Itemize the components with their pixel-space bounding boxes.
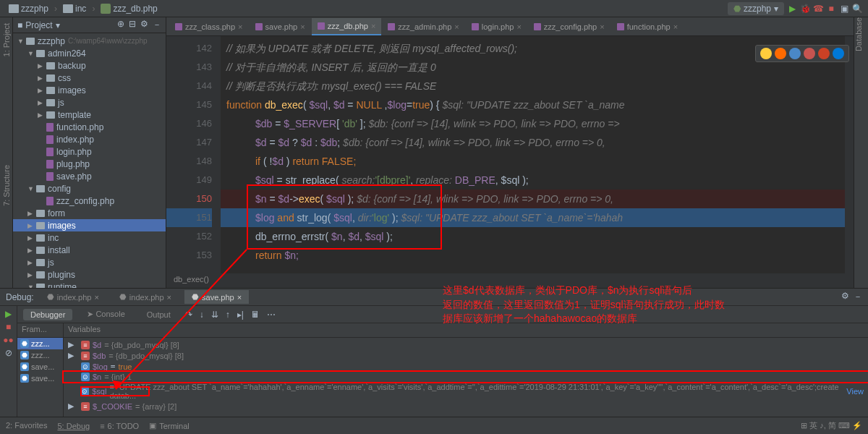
frame-item[interactable]: ⬣save... bbox=[17, 361, 63, 373]
step-over-icon[interactable]: ↷ bbox=[185, 310, 192, 320]
editor-tab[interactable]: zzz_admin.php × bbox=[382, 18, 464, 35]
tree-row-css[interactable]: ▶css bbox=[13, 72, 166, 84]
tool-database[interactable]: Database bbox=[854, 17, 863, 56]
editor-tab[interactable]: login.php × bbox=[466, 18, 527, 35]
run-config-dropdown[interactable]: ⬣zzzphp ▾ bbox=[728, 2, 784, 15]
tree-row-function.php[interactable]: function.php bbox=[13, 121, 166, 133]
browser-icon[interactable] bbox=[833, 48, 844, 59]
close-icon[interactable]: × bbox=[300, 22, 305, 31]
editor-tab[interactable]: zzz_class.php × bbox=[169, 18, 249, 35]
tool-favorites[interactable]: 2: Favorites bbox=[6, 421, 47, 430]
status-terminal[interactable]: ▣ Terminal bbox=[149, 421, 190, 430]
line-gutter[interactable]: 142143144145146147148149150151152153 bbox=[166, 36, 221, 273]
frame-item[interactable]: ⬣save... bbox=[17, 373, 63, 384]
code-area[interactable]: // 如果为 UPDATE 或者 DELETE, 则返回 mysql_affec… bbox=[221, 36, 845, 273]
variable-row[interactable]: ▶ ≡ $d = {db_pdo_mysql} [8] bbox=[64, 339, 868, 350]
search-icon[interactable]: 🔍 bbox=[852, 4, 862, 14]
project-panel-header[interactable]: ■Project ▾ ⊕ ⊟ ⚙ － bbox=[13, 17, 166, 33]
evaluate-icon[interactable]: 🖩 bbox=[251, 310, 260, 320]
debug-session-tab[interactable]: ⬣ index.php × bbox=[112, 290, 179, 304]
step-out-icon[interactable]: ↑ bbox=[226, 310, 230, 320]
project-tree[interactable]: ▼zzzphp C:\wamp64\www\zzzphp▼admin264▶ba… bbox=[13, 33, 166, 288]
debug-icon[interactable]: 🐞 bbox=[800, 4, 810, 14]
tree-row-config[interactable]: ▼config bbox=[13, 182, 166, 195]
layout-icon[interactable]: ▣ bbox=[839, 4, 849, 14]
browser-icon[interactable] bbox=[804, 48, 815, 59]
close-icon[interactable]: × bbox=[516, 22, 521, 31]
tree-row-zzzphp[interactable]: ▼zzzphp C:\wamp64\www\zzzphp bbox=[13, 35, 166, 47]
tool-project[interactable]: 1: Project bbox=[2, 23, 11, 56]
debug-session-tab[interactable]: ⬣ save.php × bbox=[184, 290, 249, 304]
mute-bp-icon[interactable]: ⊘ bbox=[5, 348, 12, 358]
editor-tab[interactable]: zzz_db.php × bbox=[312, 18, 382, 35]
close-icon[interactable]: × bbox=[454, 22, 459, 31]
variable-row[interactable]: ▶ ≡ $_COOKIE = {array} [2] bbox=[64, 401, 868, 412]
tree-row-save.php[interactable]: save.php bbox=[13, 170, 166, 182]
frame-item[interactable]: ⬣zzz... bbox=[17, 349, 63, 361]
debug-session-tab[interactable]: ⬣ index.php × bbox=[40, 290, 106, 304]
browser-icon[interactable] bbox=[775, 48, 786, 59]
tree-row-images[interactable]: ▶images bbox=[13, 219, 166, 231]
tree-row-plug.php[interactable]: plug.php bbox=[13, 158, 166, 170]
gear-icon[interactable]: ⚙ bbox=[140, 19, 148, 31]
stop-icon[interactable]: ■ bbox=[826, 4, 836, 14]
tree-row-login.php[interactable]: login.php bbox=[13, 145, 166, 158]
status-todo[interactable]: ≡ 6: TODO bbox=[100, 421, 139, 430]
variable-row[interactable]: ⊙ $log = true bbox=[64, 361, 868, 372]
variable-row[interactable]: ▶ ≡ $db = {db_pdo_mysql} [8] bbox=[64, 350, 868, 361]
tree-row-inc[interactable]: ▶inc bbox=[13, 231, 166, 244]
editor-tab-bar: zzz_class.php ×save.php ×zzz_db.php ×zzz… bbox=[166, 17, 854, 36]
step-into-force-icon[interactable]: ⇊ bbox=[211, 310, 218, 320]
listen-icon[interactable]: ☎ bbox=[813, 4, 823, 14]
breadcrumb-file[interactable]: zzz_db.php bbox=[98, 2, 160, 15]
variable-row[interactable]: ⊙ $sql = "UPDATE zzz_about SET `a_name`=… bbox=[64, 382, 868, 401]
browser-icon[interactable] bbox=[818, 48, 830, 59]
editor-tab[interactable]: zzz_config.php × bbox=[528, 18, 610, 35]
browser-icon[interactable] bbox=[789, 48, 801, 59]
more-icon[interactable]: ⋯ bbox=[267, 310, 276, 320]
tree-row-zzz_config.php[interactable]: zzz_config.php bbox=[13, 195, 166, 207]
view-bp-icon[interactable]: ●● bbox=[3, 335, 14, 345]
status-debug[interactable]: 5: Debug bbox=[57, 421, 90, 430]
frames-panel[interactable]: Fram... ⬣zzz...⬣zzz...⬣save...⬣save... bbox=[17, 323, 64, 417]
tree-row-js[interactable]: ▶js bbox=[13, 96, 166, 109]
close-icon[interactable]: × bbox=[238, 22, 242, 31]
browser-icon[interactable] bbox=[760, 48, 772, 59]
tool-structure[interactable]: 7: Structure bbox=[2, 165, 11, 206]
tree-row-index.php[interactable]: index.php bbox=[13, 133, 166, 145]
tree-row-install[interactable]: ▶install bbox=[13, 244, 166, 256]
tree-row-template[interactable]: ▶template bbox=[13, 109, 166, 121]
resume-icon[interactable]: ▶ bbox=[5, 309, 12, 319]
variables-panel[interactable]: Variables ▶ ≡ $d = {db_pdo_mysql} [8]▶ ≡… bbox=[64, 323, 868, 417]
debugger-tab[interactable]: Debugger bbox=[23, 309, 72, 320]
title-bar: zzzphp › inc › zzz_db.php ⬣zzzphp ▾ ▶ 🐞 … bbox=[0, 0, 868, 17]
variable-row[interactable]: ⊙ $n = {int} 1 bbox=[64, 372, 868, 382]
tree-row-runtime[interactable]: ▼runtime bbox=[13, 281, 166, 288]
tree-row-form[interactable]: ▶form bbox=[13, 207, 166, 219]
collapse-icon[interactable]: ⊟ bbox=[129, 19, 136, 31]
chevron-icon: › bbox=[54, 4, 57, 14]
editor-tab[interactable]: function.php × bbox=[611, 18, 684, 35]
console-tab[interactable]: ➤ Console bbox=[80, 308, 132, 320]
step-into-icon[interactable]: ↓ bbox=[200, 310, 204, 320]
run-icon[interactable]: ▶ bbox=[787, 4, 797, 14]
run-to-cursor-icon[interactable]: ▸| bbox=[237, 310, 244, 320]
close-icon[interactable]: × bbox=[673, 22, 678, 31]
hide-icon[interactable]: － bbox=[153, 19, 161, 31]
tree-row-backup[interactable]: ▶backup bbox=[13, 59, 166, 72]
tree-row-plugins[interactable]: ▶plugins bbox=[13, 268, 166, 281]
stop-icon[interactable]: ■ bbox=[6, 322, 11, 332]
editor-tab[interactable]: save.php × bbox=[250, 18, 311, 35]
output-tab[interactable]: Output bbox=[140, 309, 178, 320]
close-icon[interactable]: × bbox=[600, 22, 604, 31]
tree-row-js[interactable]: ▶js bbox=[13, 256, 166, 268]
marker-bar[interactable] bbox=[845, 36, 854, 273]
left-tool-strip: 1: Project 7: Structure bbox=[0, 17, 13, 288]
settings-icon[interactable]: ⊕ bbox=[117, 19, 124, 31]
breadcrumb-inc[interactable]: inc bbox=[60, 2, 89, 15]
close-icon[interactable]: × bbox=[371, 22, 375, 30]
tree-row-admin264[interactable]: ▼admin264 bbox=[13, 47, 166, 59]
tree-row-images[interactable]: ▶images bbox=[13, 84, 166, 96]
breadcrumb-root[interactable]: zzzphp bbox=[6, 2, 51, 15]
frame-item[interactable]: ⬣zzz... bbox=[17, 338, 63, 349]
